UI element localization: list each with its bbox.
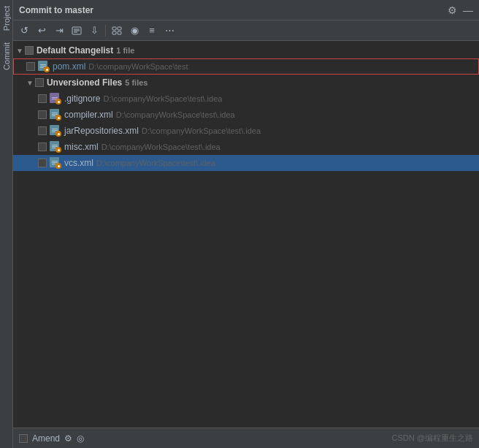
unversioned-files-count: 5 files <box>125 78 147 87</box>
project-tab[interactable]: Project <box>1 0 12 37</box>
unversioned-files-label: Unversioned Files <box>47 77 122 88</box>
unversioned-files-checkbox[interactable] <box>35 78 44 87</box>
amend-label: Amend <box>32 433 60 444</box>
jar-repositories-name: jarRepositories.xml <box>64 126 139 136</box>
footer-gear-icon[interactable]: ⚙ <box>64 433 72 444</box>
commit-tab[interactable]: Commit <box>1 37 12 76</box>
svg-rect-7 <box>118 31 121 34</box>
footer: Amend ⚙ ◎ CSDN @编程重生之路 <box>13 428 479 448</box>
compiler-xml-name: compiler.xml <box>64 110 113 120</box>
default-changelist-label: Default Changelist <box>37 45 113 56</box>
toolbar: ↺ ↩ ⇥ ⇩ ◉ ≡ ⋯ <box>13 20 479 41</box>
unversioned-chevron-icon: ▼ <box>26 79 34 87</box>
title-bar-right: ⚙ — <box>448 4 473 16</box>
file-row-jar-repositories[interactable]: jarRepositories.xml D:\companyWorkSpace\… <box>13 123 479 139</box>
group-by-button[interactable] <box>109 23 125 39</box>
vcs-xml-icon <box>50 157 61 169</box>
file-row-pom-xml[interactable]: pom.xml D:\companyWorkSpace\test <box>13 58 479 75</box>
vcs-xml-name: vcs.xml <box>64 158 93 168</box>
compiler-xml-icon <box>50 109 61 121</box>
misc-xml-path: D:\companyWorkSpace\test\.idea <box>101 143 221 151</box>
file-row-misc-xml[interactable]: misc.xml D:\companyWorkSpace\test\.idea <box>13 139 479 155</box>
misc-xml-checkbox[interactable] <box>38 143 47 151</box>
title-bar: Commit to master ⚙ — <box>13 0 479 20</box>
side-tabs: Project Commit <box>0 0 13 448</box>
collapse-all-button[interactable]: ⋯ <box>161 23 177 39</box>
jar-repositories-path: D:\companyWorkSpace\test\.idea <box>142 126 261 135</box>
view-options-button[interactable]: ◉ <box>126 23 142 39</box>
diff-icon <box>72 26 82 36</box>
svg-rect-4 <box>112 27 116 30</box>
compiler-xml-checkbox[interactable] <box>38 110 47 119</box>
unversioned-files-group[interactable]: ▼ Unversioned Files 5 files <box>13 75 479 91</box>
default-changelist-group[interactable]: ▼ Default Changelist 1 file <box>13 42 479 58</box>
watermark: CSDN @编程重生之路 <box>392 433 473 444</box>
compiler-xml-path: D:\companyWorkSpace\test\.idea <box>116 110 235 119</box>
panel-title: Commit to master <box>19 5 93 15</box>
title-bar-left: Commit to master <box>19 5 93 15</box>
gitignore-path: D:\companyWorkSpace\test\.idea <box>103 94 222 103</box>
move-changes-button[interactable]: ⇥ <box>51 23 67 39</box>
default-changelist-checkbox[interactable] <box>25 46 34 55</box>
misc-xml-name: misc.xml <box>64 142 99 152</box>
chevron-down-icon: ▼ <box>16 47 23 55</box>
file-row-vcs-xml[interactable]: vcs.xml D:\companyWorkSpace\test\.idea <box>13 155 479 171</box>
gitignore-icon <box>50 93 61 105</box>
pom-xml-path: D:\companyWorkSpace\test <box>88 62 188 71</box>
svg-rect-6 <box>112 31 116 34</box>
main-panel: Commit to master ⚙ — ↺ ↩ ⇥ ⇩ <box>13 0 479 448</box>
svg-rect-5 <box>118 27 121 30</box>
file-row-gitignore[interactable]: .gitignore D:\companyWorkSpace\test\.ide… <box>13 91 479 107</box>
undo-button[interactable]: ↩ <box>34 23 50 39</box>
gitignore-checkbox[interactable] <box>38 94 47 103</box>
show-diff-button[interactable] <box>69 23 85 39</box>
pom-xml-name: pom.xml <box>53 61 85 72</box>
extract-button[interactable]: ⇩ <box>86 23 102 39</box>
footer-settings-icon[interactable]: ◎ <box>77 433 84 444</box>
file-row-compiler-xml[interactable]: compiler.xml D:\companyWorkSpace\test\.i… <box>13 107 479 123</box>
footer-left: Amend ⚙ ◎ <box>19 433 84 444</box>
misc-xml-icon <box>50 141 61 153</box>
pom-xml-checkbox[interactable] <box>26 62 35 71</box>
toolbar-sep-1 <box>105 25 106 37</box>
group-icon <box>112 26 122 36</box>
gitignore-name: .gitignore <box>64 94 100 104</box>
jar-repositories-icon <box>50 125 61 137</box>
gear-icon[interactable]: ⚙ <box>448 4 457 16</box>
vcs-xml-checkbox[interactable] <box>38 159 47 167</box>
amend-checkbox[interactable] <box>19 434 28 443</box>
default-changelist-count: 1 file <box>116 46 134 55</box>
vcs-xml-path: D:\companyWorkSpace\test\.idea <box>96 159 215 167</box>
refresh-button[interactable]: ↺ <box>16 23 32 39</box>
expand-all-button[interactable]: ≡ <box>144 23 160 39</box>
minimize-icon[interactable]: — <box>463 4 473 16</box>
pom-xml-icon <box>38 61 50 72</box>
jar-repositories-checkbox[interactable] <box>38 126 47 135</box>
file-tree[interactable]: ▼ Default Changelist 1 file po <box>13 41 479 428</box>
